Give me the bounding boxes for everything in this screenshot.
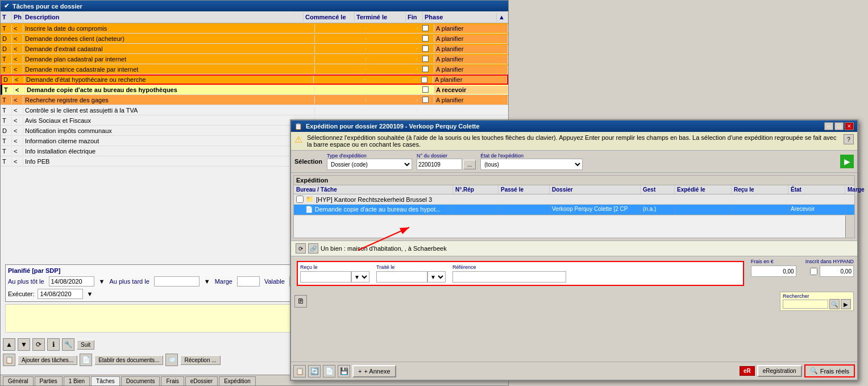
cell-termine	[365, 79, 416, 80]
type-expedition-select[interactable]: Dossier (code)	[327, 159, 412, 170]
cell-fin[interactable]	[417, 65, 434, 73]
etat-expedition-select[interactable]: (tous)	[480, 159, 583, 170]
annexe-button[interactable]: + + Annexe	[352, 365, 396, 377]
executer-label: Exécuter:	[8, 290, 34, 297]
etablir-icon[interactable]: 📄	[80, 354, 92, 366]
vertical-scrollbar[interactable]	[845, 215, 854, 238]
add-tasks-button[interactable]: Ajouter des tâches...	[18, 355, 77, 365]
close-button[interactable]: ✕	[845, 122, 854, 130]
stamp-icon[interactable]: 🖹	[294, 295, 307, 308]
executer-dropdown-icon[interactable]: ▼	[86, 290, 93, 297]
etablir-button[interactable]: Etablir des documents...	[94, 355, 163, 365]
recule-select[interactable]: ▼	[351, 271, 369, 283]
table-row[interactable]: D < Demande données client (acheteur) A …	[1, 34, 508, 44]
dropdown-icon[interactable]: ▼	[99, 278, 105, 285]
group-checkbox[interactable]	[296, 196, 304, 203]
dropdown2-icon[interactable]: ▼	[204, 278, 210, 285]
tab-taches[interactable]: Tâches	[91, 376, 120, 385]
table-row[interactable]: T < Demande matrice cadastrale par inter…	[1, 64, 508, 74]
eregistration-icon: eR	[740, 366, 755, 376]
cell-fin[interactable]	[417, 96, 434, 103]
auPlustot-input[interactable]	[49, 276, 94, 287]
suit-button[interactable]: Suit	[77, 340, 94, 350]
help-icon[interactable]: ?	[844, 134, 854, 144]
cell-fin[interactable]	[417, 55, 434, 63]
footer-icon4[interactable]: 💾	[338, 365, 350, 377]
main-title-text: Tâches pour ce dossier	[13, 3, 82, 10]
table-row[interactable]: D < Demande d'extrait cadastral A planif…	[1, 44, 508, 54]
tab-frais[interactable]: Frais	[161, 376, 184, 385]
col-description: Description	[23, 13, 304, 22]
reception-icon[interactable]: 📨	[165, 354, 178, 366]
cell-fin[interactable]	[417, 35, 434, 42]
table-row[interactable]: T < Recherche registre des gages A plani…	[1, 95, 508, 105]
cell-desc: Demande données client (acheteur)	[23, 35, 315, 43]
up-icon[interactable]: ▲	[3, 338, 15, 351]
numero-browse-button[interactable]: ...	[463, 160, 476, 169]
refresh-icon[interactable]: ⟳	[32, 338, 45, 351]
modal-info-bar: ⚠ Sélectionnez l'expédition souhaitée (à…	[291, 132, 857, 151]
col-nrep: N°.Rép	[453, 185, 499, 194]
window-buttons: ─ □ ✕	[824, 122, 854, 130]
inscrit-input[interactable]	[820, 265, 854, 277]
down-icon[interactable]: ▼	[18, 338, 30, 351]
table-row-selected[interactable]: T < Demande copie d'acte au bureau des h…	[1, 85, 508, 95]
col-expedie: Expédié le	[675, 185, 732, 194]
add-tasks-icon[interactable]: 📋	[3, 354, 15, 366]
cell-desc: Demande d'état hypothécaire ou recherche	[24, 76, 314, 84]
tab-1bien[interactable]: 1 Bien	[64, 376, 90, 385]
table-row[interactable]: D < Demande d'état hypothécaire ou reche…	[1, 74, 508, 85]
cell-desc: Info PEB	[23, 157, 315, 165]
etat-expedition-label: État de l'expédition	[480, 153, 583, 159]
cell-desc: Info installation électrique	[23, 147, 315, 155]
eregistration-button[interactable]: eRegistration	[757, 365, 802, 377]
traitele-input[interactable]	[376, 271, 427, 283]
recule-input[interactable]	[300, 271, 351, 283]
reception-button[interactable]: Réception ...	[180, 355, 220, 365]
footer-icon1[interactable]: 📋	[293, 365, 306, 377]
tools-icon[interactable]: 🔧	[62, 338, 74, 351]
maximize-button[interactable]: □	[834, 122, 844, 130]
expedition-group-row[interactable]: 📁 [HYP] Kantoor Rechtszekerheid Brussel …	[294, 194, 854, 205]
tab-expedition[interactable]: Expédition	[219, 376, 256, 385]
tab-general[interactable]: Général	[3, 376, 34, 385]
frais-input[interactable]	[751, 265, 796, 277]
frais-reels-label: Frais réels	[820, 368, 849, 375]
traitele-select[interactable]: ▼	[427, 271, 446, 283]
numero-dossier-input[interactable]	[417, 159, 462, 170]
reference-input[interactable]	[452, 271, 566, 283]
cell-fin[interactable]	[417, 86, 434, 93]
expedition-data-row[interactable]: 📄 Demande copie d'acte au bureau des hyp…	[294, 205, 854, 215]
rechercher-next-icon[interactable]: ▶	[841, 299, 851, 309]
property-icon2[interactable]: 🔗	[308, 243, 318, 254]
table-row[interactable]: T < Inscrire la date du compromis A plan…	[1, 23, 508, 34]
tab-parties[interactable]: Parties	[35, 376, 63, 385]
footer-icon3[interactable]: 📄	[323, 365, 335, 377]
col-fin: Fin	[406, 13, 423, 22]
marge-input[interactable]	[237, 276, 260, 287]
inscrit-checkbox[interactable]	[810, 268, 817, 275]
col-ph: Ph	[12, 13, 23, 22]
minimize-button[interactable]: ─	[824, 122, 833, 130]
cell-phase: A planifier	[434, 24, 508, 32]
cell-fin[interactable]	[416, 76, 433, 84]
cell-ph: <	[12, 137, 23, 145]
table-row[interactable]: T < Contrôle si le client est assujetti …	[1, 105, 508, 115]
property-icon1[interactable]: ⟳	[296, 243, 306, 254]
footer-icon2[interactable]: 🔄	[308, 365, 321, 377]
cell-fin[interactable]	[417, 24, 434, 32]
tab-documents[interactable]: Documents	[121, 376, 160, 385]
table-row[interactable]: T < Demande plan cadastral par internet …	[1, 54, 508, 64]
frais-reels-button[interactable]: 🔍 Frais réels	[804, 364, 855, 377]
play-button[interactable]: ▶	[840, 155, 854, 168]
info-icon: ⚠	[294, 134, 302, 145]
rechercher-search-icon[interactable]: 🔍	[829, 299, 840, 309]
executer-date-input[interactable]	[38, 289, 83, 299]
auPlustot-label: Au plus tôt le	[8, 278, 44, 285]
tab-edossier[interactable]: eDossier	[185, 376, 218, 385]
rechercher-input[interactable]	[783, 300, 828, 309]
cell-fin[interactable]	[417, 45, 434, 52]
cell-desc: Information citerne mazout	[23, 137, 315, 145]
info-icon[interactable]: ℹ	[47, 338, 60, 351]
auPlusTard-input[interactable]	[154, 276, 200, 287]
